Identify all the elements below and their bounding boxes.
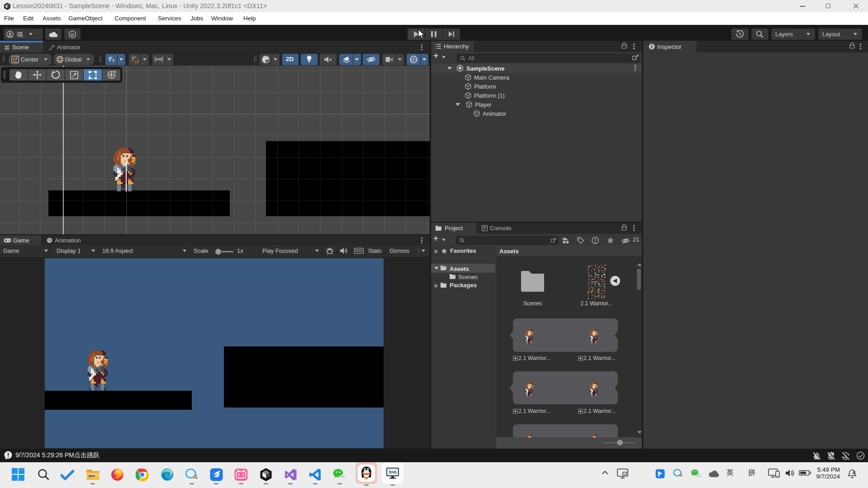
svg-text:D: D — [71, 33, 74, 37]
svg-text:S>G: S>G — [389, 470, 397, 474]
svg-text:Y: Y — [112, 58, 115, 63]
